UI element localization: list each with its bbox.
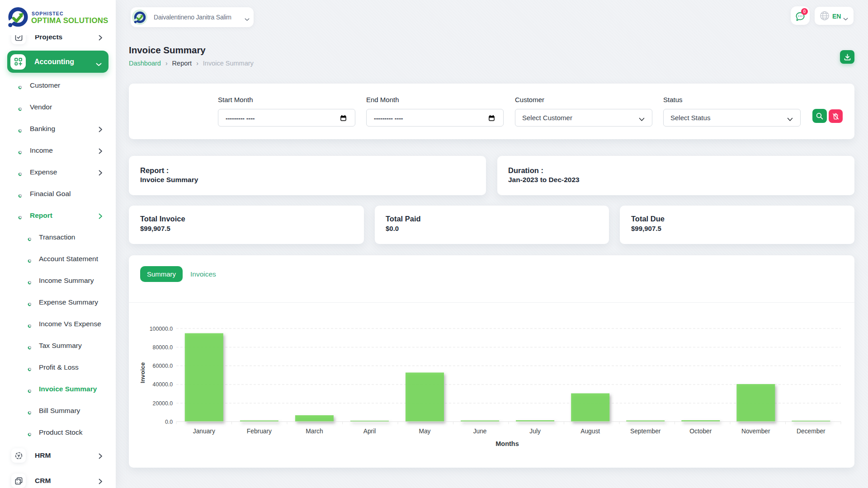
svg-text:80000.0: 80000.0 xyxy=(153,344,173,351)
svg-text:July: July xyxy=(529,428,541,435)
svg-text:October: October xyxy=(689,428,712,435)
svg-text:March: March xyxy=(306,428,323,435)
svg-text:Months: Months xyxy=(495,440,519,447)
svg-text:February: February xyxy=(247,428,272,435)
svg-text:December: December xyxy=(797,428,826,435)
svg-text:September: September xyxy=(630,428,661,435)
svg-text:August: August xyxy=(580,428,600,435)
svg-text:November: November xyxy=(741,428,770,435)
svg-text:May: May xyxy=(419,428,430,435)
svg-text:20000.0: 20000.0 xyxy=(153,400,173,407)
svg-text:60000.0: 60000.0 xyxy=(153,363,173,369)
svg-text:40000.0: 40000.0 xyxy=(153,381,173,388)
svg-text:0.0: 0.0 xyxy=(165,419,173,425)
svg-text:100000.0: 100000.0 xyxy=(150,326,173,332)
svg-text:Invoice: Invoice xyxy=(139,362,146,383)
svg-text:January: January xyxy=(193,428,215,435)
svg-text:June: June xyxy=(473,428,487,435)
svg-text:April: April xyxy=(363,428,376,435)
